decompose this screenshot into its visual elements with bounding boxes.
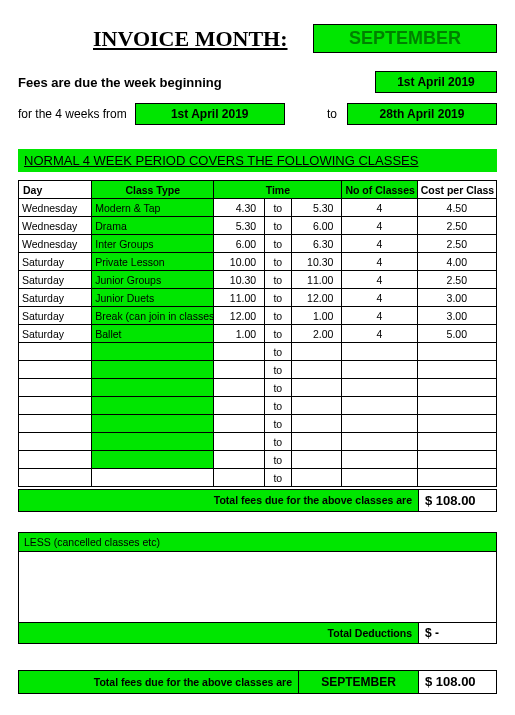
table-row: to [19, 397, 497, 415]
cell-day [19, 379, 92, 397]
final-month: SEPTEMBER [298, 671, 418, 693]
cell-cost: 2.50 [417, 217, 496, 235]
cell-time-from [214, 343, 265, 361]
cell-cost [417, 433, 496, 451]
cell-type [92, 379, 214, 397]
cell-num: 4 [342, 235, 417, 253]
cell-cost: 4.00 [417, 253, 496, 271]
table-row: to [19, 469, 497, 487]
cell-num [342, 379, 417, 397]
cell-cost [417, 379, 496, 397]
cell-time-to [291, 451, 342, 469]
cell-type: Inter Groups [92, 235, 214, 253]
cell-num: 4 [342, 289, 417, 307]
table-row: to [19, 361, 497, 379]
cell-time-from: 5.30 [214, 217, 265, 235]
table-header-row: Day Class Type Time No of Classes Cost p… [19, 181, 497, 199]
cell-cost [417, 397, 496, 415]
cell-day: Saturday [19, 253, 92, 271]
range-from-label: for the 4 weeks from [18, 107, 127, 121]
cell-time-from: 12.00 [214, 307, 265, 325]
cell-day [19, 469, 92, 487]
cell-time-from [214, 415, 265, 433]
cell-num [342, 415, 417, 433]
cell-time-from: 4.30 [214, 199, 265, 217]
fees-due-row: Fees are due the week beginning 1st Apri… [18, 71, 497, 93]
cell-time-to: 1.00 [291, 307, 342, 325]
less-box: LESS (cancelled classes etc) Total Deduc… [18, 532, 497, 644]
table-row: WednesdayInter Groups6.00to6.3042.50 [19, 235, 497, 253]
cell-to: to [265, 397, 291, 415]
cell-time-to [291, 361, 342, 379]
less-footer-value: $ - [418, 623, 496, 643]
cell-cost: 3.00 [417, 289, 496, 307]
cell-to: to [265, 325, 291, 343]
cell-day: Wednesday [19, 217, 92, 235]
cell-num [342, 343, 417, 361]
classes-total-value: $ 108.00 [418, 490, 496, 511]
fees-due-label: Fees are due the week beginning [18, 75, 222, 90]
cell-num [342, 469, 417, 487]
cell-time-to: 6.00 [291, 217, 342, 235]
classes-table: Day Class Type Time No of Classes Cost p… [18, 180, 497, 487]
cell-cost [417, 451, 496, 469]
cell-cost: 5.00 [417, 325, 496, 343]
final-value: $ 108.00 [418, 671, 496, 693]
cell-day: Wednesday [19, 235, 92, 253]
table-row: WednesdayModern & Tap4.30to5.3044.50 [19, 199, 497, 217]
fees-due-date: 1st April 2019 [375, 71, 497, 93]
table-row: to [19, 433, 497, 451]
cell-num: 4 [342, 325, 417, 343]
cell-to: to [265, 343, 291, 361]
cell-time-from: 10.00 [214, 253, 265, 271]
cell-time-to: 11.00 [291, 271, 342, 289]
col-cost: Cost per Class [417, 181, 496, 199]
section-banner: NORMAL 4 WEEK PERIOD COVERS THE FOLLOWIN… [18, 149, 497, 172]
table-row: SaturdayPrivate Lesson10.00to10.3044.00 [19, 253, 497, 271]
table-row: to [19, 451, 497, 469]
cell-num: 4 [342, 199, 417, 217]
cell-time-to [291, 343, 342, 361]
col-type: Class Type [92, 181, 214, 199]
cell-cost [417, 415, 496, 433]
cell-day [19, 415, 92, 433]
cell-type [92, 451, 214, 469]
cell-day [19, 451, 92, 469]
cell-cost [417, 469, 496, 487]
cell-day: Saturday [19, 289, 92, 307]
cell-to: to [265, 271, 291, 289]
cell-cost [417, 361, 496, 379]
cell-time-from [214, 361, 265, 379]
cell-cost: 2.50 [417, 235, 496, 253]
cell-day: Saturday [19, 307, 92, 325]
less-header: LESS (cancelled classes etc) [19, 533, 496, 552]
cell-to: to [265, 379, 291, 397]
final-label: Total fees due for the above classes are [19, 671, 298, 693]
cell-time-to: 10.30 [291, 253, 342, 271]
cell-num: 4 [342, 253, 417, 271]
cell-time-from [214, 379, 265, 397]
cell-to: to [265, 235, 291, 253]
cell-to: to [265, 253, 291, 271]
col-time: Time [214, 181, 342, 199]
cell-type [92, 433, 214, 451]
cell-to: to [265, 433, 291, 451]
cell-to: to [265, 415, 291, 433]
cell-type [92, 415, 214, 433]
cell-num [342, 433, 417, 451]
cell-day [19, 343, 92, 361]
cell-type [92, 469, 214, 487]
cell-time-to [291, 415, 342, 433]
range-to-label: to [327, 107, 337, 121]
cell-to: to [265, 469, 291, 487]
cell-type [92, 397, 214, 415]
cell-num [342, 397, 417, 415]
cell-cost: 2.50 [417, 271, 496, 289]
cell-time-to: 12.00 [291, 289, 342, 307]
cell-time-to [291, 433, 342, 451]
classes-total-row: Total fees due for the above classes are… [18, 489, 497, 512]
cell-to: to [265, 451, 291, 469]
table-row: SaturdayBreak (can join in classes)12.00… [19, 307, 497, 325]
cell-time-from: 1.00 [214, 325, 265, 343]
table-row: WednesdayDrama5.30to6.0042.50 [19, 217, 497, 235]
